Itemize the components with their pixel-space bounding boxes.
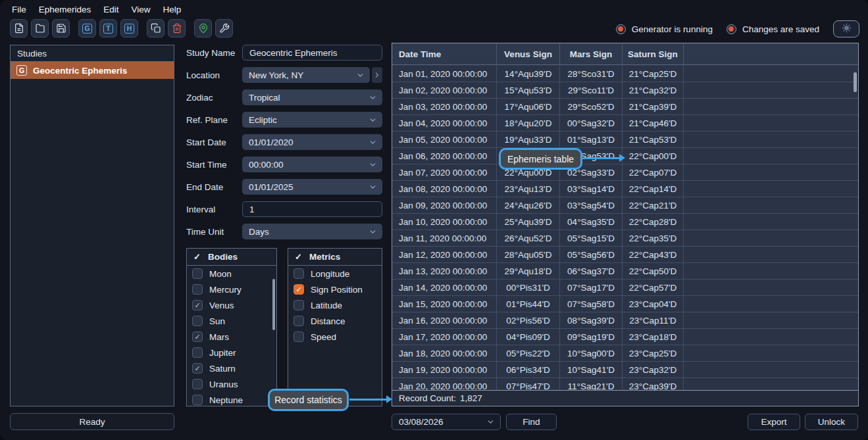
save-study-button[interactable] — [52, 19, 70, 37]
metric-item-speed[interactable]: Speed — [288, 329, 382, 345]
body-item-uranus[interactable]: Uranus — [187, 376, 276, 392]
checked-checkbox-icon[interactable]: ✓ — [294, 284, 304, 295]
table-row[interactable]: Jan 07, 2020 00:00:0022°Aqu00'D02°Sag33'… — [392, 164, 858, 181]
table-row[interactable]: Jan 11, 2020 00:00:0026°Aqu52'D05°Sag15'… — [392, 230, 858, 247]
table-row[interactable]: Jan 15, 2020 00:00:0001°Pis44'D07°Sag58'… — [392, 296, 858, 312]
unchecked-checkbox-icon[interactable] — [192, 379, 203, 389]
table-row[interactable]: Jan 05, 2020 00:00:0019°Aqu33'D01°Sag13'… — [392, 132, 858, 148]
menu-help[interactable]: Help — [163, 5, 182, 14]
table-row[interactable]: Jan 16, 2020 00:00:0002°Pis56'D08°Sag39'… — [392, 312, 858, 329]
location-button[interactable] — [194, 19, 212, 37]
body-item-venus[interactable]: ✓Venus — [187, 297, 276, 313]
unchecked-checkbox-icon[interactable] — [192, 268, 203, 279]
copy-button[interactable] — [147, 19, 165, 37]
table-cell: Jan 01, 2020 00:00:00 — [392, 66, 497, 82]
chevron-down-icon — [369, 228, 377, 236]
table-row[interactable]: Jan 03, 2020 00:00:0017°Aqu06'D29°Sco52'… — [392, 99, 858, 115]
unchecked-checkbox-icon[interactable] — [192, 347, 203, 358]
study-name-field[interactable]: Geocentric Ephemeris — [242, 45, 382, 61]
new-study-button[interactable] — [10, 19, 28, 37]
table-row[interactable]: Jan 19, 2020 00:00:0006°Pis34'D10°Sag41'… — [392, 362, 858, 378]
location-field-more-button[interactable] — [372, 67, 382, 83]
table-row[interactable]: Jan 01, 2020 00:00:0014°Aqu39'D28°Sco31'… — [392, 66, 858, 82]
body-item-label: Jupiter — [209, 348, 236, 358]
table-cell: 19°Aqu33'D — [497, 132, 560, 147]
find-date-dropdown[interactable]: 03/08/2026 — [392, 414, 501, 430]
bodies-scrollbar[interactable] — [272, 279, 275, 330]
location-field[interactable]: New York, NY — [242, 67, 370, 83]
body-item-sun[interactable]: Sun — [187, 313, 276, 329]
table-row[interactable]: Jan 10, 2020 00:00:0025°Aqu39'D04°Sag35'… — [392, 214, 858, 230]
checked-checkbox-icon[interactable]: ✓ — [192, 363, 203, 374]
checked-checkbox-icon[interactable]: ✓ — [192, 331, 203, 342]
body-item-mars[interactable]: ✓Mars — [187, 329, 276, 345]
table-row[interactable]: Jan 08, 2020 00:00:0023°Aqu13'D03°Sag14'… — [392, 181, 858, 197]
menu-edit[interactable]: Edit — [103, 5, 118, 14]
geocentric-mode-button[interactable]: G — [78, 19, 96, 37]
column-header-saturn-sign[interactable]: Saturn Sign — [623, 43, 684, 64]
zodiac-field[interactable]: Tropical — [242, 89, 382, 105]
unchecked-checkbox-icon[interactable] — [294, 268, 304, 279]
table-cell: 28°Sco31'D — [560, 66, 623, 82]
table-row[interactable]: Jan 20, 2020 00:00:0007°Pis47'D11°Sag21'… — [392, 378, 858, 390]
metric-item-sign-position[interactable]: ✓Sign Position — [288, 281, 382, 297]
column-header-mars-sign[interactable]: Mars Sign — [560, 43, 623, 64]
metric-item-longitude[interactable]: Longitude — [288, 266, 382, 281]
trash-icon — [172, 23, 182, 34]
bodies-header[interactable]: ✓ Bodies — [187, 249, 276, 266]
table-cell: Jan 18, 2020 00:00:00 — [392, 345, 497, 361]
metric-item-latitude[interactable]: Latitude — [288, 297, 382, 313]
unlock-button[interactable]: Unlock — [805, 414, 858, 430]
study-item-geocentric-ephemeris[interactable]: G Geocentric Ephemeris — [11, 62, 174, 79]
delete-button[interactable] — [168, 19, 186, 37]
ref-plane-field[interactable]: Ecliptic — [242, 112, 382, 128]
time-unit-field[interactable]: Days — [242, 224, 382, 239]
table-row[interactable]: Jan 02, 2020 00:00:0015°Aqu53'D29°Sco11'… — [392, 82, 858, 99]
body-item-saturn[interactable]: ✓Saturn — [187, 360, 276, 376]
theme-toggle-button[interactable] — [833, 20, 859, 37]
unchecked-checkbox-icon[interactable] — [192, 284, 203, 295]
table-row[interactable]: Jan 13, 2020 00:00:0029°Aqu18'D06°Sag37'… — [392, 263, 858, 280]
menu-view[interactable]: View — [132, 5, 151, 14]
table-row[interactable]: Jan 18, 2020 00:00:0005°Pis22'D10°Sag00'… — [392, 345, 858, 362]
end-date-field[interactable]: 01/01/2025 — [242, 179, 382, 195]
unchecked-checkbox-icon[interactable] — [192, 316, 203, 326]
menu-file[interactable]: File — [12, 5, 26, 14]
tools-button[interactable] — [215, 19, 233, 37]
column-header-venus-sign[interactable]: Venus Sign — [497, 43, 560, 64]
body-item-neptune[interactable]: Neptune — [187, 392, 276, 406]
table-cell: 05°Sag56'D — [560, 247, 623, 262]
table-row[interactable]: Jan 04, 2020 00:00:0018°Aqu20'D00°Sag32'… — [392, 115, 858, 132]
start-date-field[interactable]: 01/01/2020 — [242, 134, 382, 150]
body-item-moon[interactable]: Moon — [187, 266, 276, 281]
table-cell: Jan 03, 2020 00:00:00 — [392, 99, 497, 114]
table-row[interactable]: Jan 06, 2020 00:00:0020°Aqu46'D01°Sag53'… — [392, 148, 858, 164]
sun-icon — [841, 22, 852, 36]
heliocentric-mode-button[interactable]: H — [120, 19, 138, 37]
body-item-mercury[interactable]: Mercury — [187, 281, 276, 297]
table-scrollbar[interactable] — [854, 72, 857, 92]
unchecked-checkbox-icon[interactable] — [192, 395, 203, 405]
body-item-jupiter[interactable]: Jupiter — [187, 345, 276, 360]
start-time-field[interactable]: 00:00:00 — [242, 157, 382, 172]
open-study-button[interactable] — [31, 19, 49, 37]
chevron-down-icon — [369, 160, 377, 169]
menu-ephemerides[interactable]: Ephemerides — [39, 5, 91, 14]
table-cell: 21°Cap25'D — [623, 66, 684, 82]
table-row[interactable]: Jan 14, 2020 00:00:0000°Pis31'D07°Sag17'… — [392, 280, 858, 296]
metric-item-distance[interactable]: Distance — [288, 313, 382, 329]
table-row[interactable]: Jan 09, 2020 00:00:0024°Aqu26'D03°Sag54'… — [392, 197, 858, 214]
find-button[interactable]: Find — [506, 414, 557, 430]
unchecked-checkbox-icon[interactable] — [294, 316, 304, 326]
table-row[interactable]: Jan 17, 2020 00:00:0004°Pis09'D09°Sag19'… — [392, 329, 858, 345]
column-header-date-time[interactable]: Date Time — [392, 43, 497, 64]
unchecked-checkbox-icon[interactable] — [294, 331, 304, 342]
topocentric-mode-button[interactable]: T — [99, 19, 117, 37]
interval-field[interactable]: 1 — [242, 201, 382, 217]
table-cell-empty — [684, 99, 858, 114]
checked-checkbox-icon[interactable]: ✓ — [192, 300, 203, 310]
unchecked-checkbox-icon[interactable] — [294, 300, 304, 310]
metrics-header[interactable]: ✓ Metrics — [288, 249, 382, 266]
export-button[interactable]: Export — [748, 414, 800, 430]
table-row[interactable]: Jan 12, 2020 00:00:0028°Aqu05'D05°Sag56'… — [392, 247, 858, 263]
